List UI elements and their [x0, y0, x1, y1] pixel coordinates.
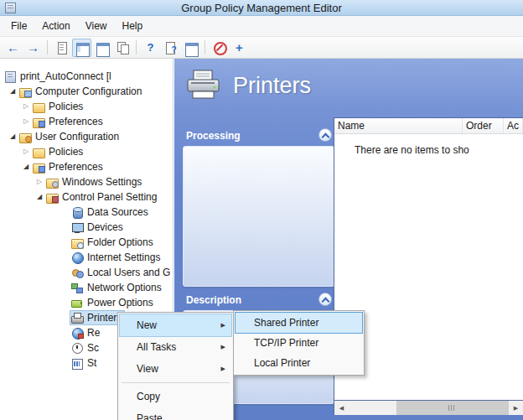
- horizontal-scrollbar[interactable]: ◀ ▶: [334, 401, 523, 415]
- menu-help[interactable]: Help: [115, 17, 151, 35]
- list-header: Name Order Ac: [334, 118, 523, 134]
- tree-item-local-users-and-groups[interactable]: Local Users and G: [0, 265, 173, 280]
- context-menu-item-new[interactable]: New ▶: [120, 314, 231, 336]
- submenu-item-tcpip-printer[interactable]: TCP/IP Printer: [236, 333, 362, 353]
- expander-icon[interactable]: [7, 84, 18, 99]
- tree-item-computer-configuration[interactable]: Computer Configuration: [0, 84, 173, 99]
- scroll-right-icon[interactable]: ▶: [509, 401, 523, 415]
- context-menu-item-copy[interactable]: Copy: [120, 386, 231, 407]
- tree-item-label: Policies: [49, 146, 83, 158]
- toolbar-separator: [136, 40, 137, 54]
- submenu-item-local-printer[interactable]: Local Printer: [236, 353, 362, 373]
- menu-file[interactable]: File: [3, 17, 34, 35]
- tree-item-gpo-root[interactable]: print_AutoConnect [l: [0, 69, 173, 84]
- menu-action[interactable]: Action: [34, 17, 77, 35]
- collapse-chevron-icon[interactable]: [318, 128, 332, 142]
- devices-icon: [71, 222, 84, 233]
- tree-item-power-options[interactable]: Power Options: [0, 295, 173, 310]
- data-sources-icon: [71, 207, 84, 218]
- tree-item-data-sources[interactable]: Data Sources: [0, 205, 173, 220]
- standard-window-button[interactable]: [92, 39, 111, 57]
- back-button[interactable]: [3, 39, 23, 57]
- expander-icon[interactable]: [20, 159, 32, 174]
- copy-button[interactable]: [112, 39, 132, 57]
- tree-item-label: Sc: [87, 342, 99, 354]
- folder-icon: [33, 101, 45, 112]
- chart-icon: [71, 358, 84, 369]
- collapse-chevron-icon[interactable]: [318, 293, 332, 306]
- console-tree-icon: [75, 41, 89, 54]
- back-arrow-icon: [7, 41, 20, 54]
- scrollbar-track[interactable]: [349, 401, 509, 415]
- tree-item-control-panel-settings[interactable]: Control Panel Setting: [0, 189, 173, 205]
- printer-icon: [71, 313, 84, 324]
- expander-icon[interactable]: [34, 189, 45, 205]
- menu-item-label: Local Printer: [254, 357, 310, 369]
- tree-item-label: print_AutoConnect [l: [20, 70, 111, 82]
- tree-item-label: Internet Settings: [87, 251, 160, 263]
- column-header-action[interactable]: Ac: [504, 118, 523, 133]
- tree-item-policies-computer[interactable]: Policies: [0, 99, 173, 114]
- tree-item-network-options[interactable]: Network Options: [0, 280, 173, 295]
- forward-button[interactable]: [23, 39, 43, 57]
- tree-item-preferences-computer[interactable]: Preferences: [0, 114, 173, 129]
- printer-large-icon: [184, 69, 223, 102]
- menu-item-label: Copy: [137, 391, 160, 402]
- tree-item-devices[interactable]: Devices: [0, 220, 173, 235]
- context-menu-item-paste[interactable]: Paste: [120, 407, 231, 420]
- help-icon: [144, 41, 158, 54]
- local-users-icon: [71, 267, 84, 278]
- processing-panel-body: [183, 146, 334, 287]
- page-header: Printers: [184, 69, 311, 102]
- menu-item-label: Paste: [137, 412, 163, 420]
- tree-item-policies-user[interactable]: Policies: [0, 144, 173, 159]
- internet-settings-icon: [71, 252, 84, 263]
- stop-icon: [213, 41, 226, 54]
- expander-icon[interactable]: [20, 144, 32, 159]
- expander-icon[interactable]: [7, 129, 18, 144]
- menu-bar: File Action View Help: [0, 16, 523, 37]
- tree-item-label: Folder Options: [87, 236, 153, 248]
- context-menu-item-view[interactable]: View ▶: [120, 358, 231, 380]
- clock-icon: [71, 343, 84, 354]
- copy-icon: [116, 41, 129, 54]
- submenu-arrow-icon: ▶: [221, 344, 225, 350]
- help-doc-icon: [164, 41, 178, 54]
- expander-icon[interactable]: [20, 99, 32, 114]
- expander-icon[interactable]: [34, 174, 45, 189]
- expander-icon[interactable]: [20, 114, 32, 129]
- tree-item-folder-options[interactable]: Folder Options: [0, 235, 173, 250]
- tree-item-label: Local Users and G: [87, 267, 170, 278]
- context-menu-item-all-tasks[interactable]: All Tasks ▶: [120, 336, 231, 358]
- tree-item-label: Data Sources: [87, 206, 148, 218]
- scrollbar-thumb[interactable]: [396, 401, 509, 415]
- tree-item-label: St: [87, 357, 96, 369]
- new-window-button[interactable]: [181, 39, 200, 57]
- help-button[interactable]: [141, 39, 160, 57]
- tree-item-internet-settings[interactable]: Internet Settings: [0, 250, 173, 265]
- export-list-button[interactable]: [52, 39, 71, 57]
- folder-icon: [33, 162, 45, 173]
- menu-view[interactable]: View: [78, 17, 115, 35]
- user-config-icon: [19, 132, 32, 143]
- show-console-tree-button[interactable]: [72, 39, 91, 57]
- menu-separator: [122, 382, 230, 383]
- globe-flag-icon: [71, 328, 84, 339]
- stop-button[interactable]: [210, 39, 229, 57]
- page-title: Printers: [233, 73, 311, 99]
- column-header-order[interactable]: Order: [463, 118, 504, 133]
- add-button[interactable]: [230, 39, 249, 57]
- tree-item-label: Network Options: [87, 282, 162, 293]
- menu-item-label: New: [137, 319, 157, 331]
- tree-item-user-configuration[interactable]: User Configuration: [0, 129, 173, 144]
- submenu-item-shared-printer[interactable]: Shared Printer: [236, 313, 362, 333]
- tree-item-preferences-user[interactable]: Preferences: [0, 159, 173, 174]
- folder-options-icon: [71, 237, 84, 248]
- scroll-left-icon[interactable]: ◀: [334, 401, 349, 415]
- toolbar: [0, 37, 523, 59]
- column-header-name[interactable]: Name: [334, 118, 463, 133]
- new-submenu: Shared Printer TCP/IP Printer Local Prin…: [233, 310, 365, 376]
- help-topics-button[interactable]: [161, 39, 180, 57]
- tree-item-label: Control Panel Setting: [62, 191, 157, 203]
- tree-item-windows-settings[interactable]: Windows Settings: [0, 174, 173, 189]
